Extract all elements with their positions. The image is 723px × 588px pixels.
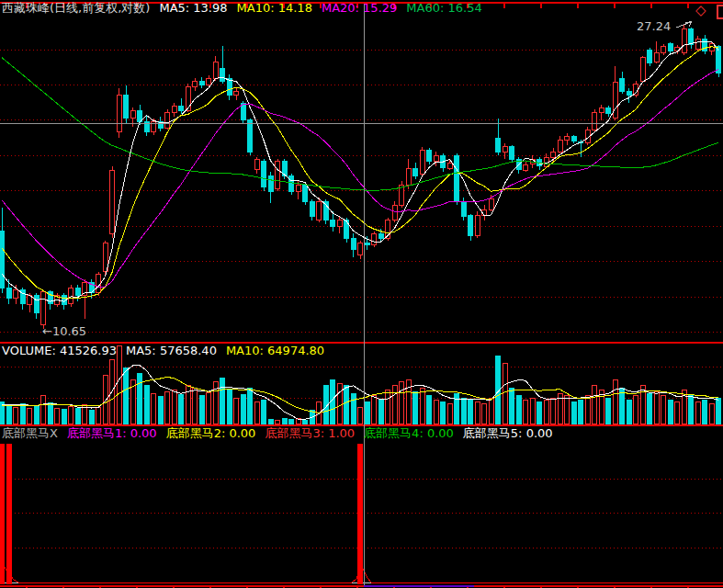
volume-ma5-caption: MA5: 57658.40 [126,344,217,357]
ma5-caption: MA5: 13.98 [159,1,227,15]
indicator-title: 底部黑马X [2,426,58,440]
window-corner-icon[interactable] [717,5,723,19]
price-high-annotation: 27.24 [637,19,671,33]
indicator-caption-3: 底部黑马3: 1.00 [265,426,355,440]
main-pane-header: 西藏珠峰(日线,前复权,对数)MA5: 13.98MA10: 14.18MA20… [2,2,491,15]
stock-title: 西藏珠峰(日线,前复权,对数) [2,1,150,15]
price-low-annotation: ←10.65 [42,324,86,338]
indicator-caption-2: 底部黑马2: 0.00 [166,426,256,440]
chart-canvas[interactable] [0,0,723,588]
diamond-marker-icon[interactable]: ◇ [695,2,706,18]
ma20-caption: MA20: 15.29 [322,1,397,15]
volume-ma10-caption: MA10: 64974.80 [226,344,324,357]
indicator-pane-header: 底部黑马X底部黑马1: 0.00底部黑马2: 0.00底部黑马3: 1.00底部… [2,427,562,440]
ma60-caption: MA60: 16.54 [406,1,481,15]
ma10-caption: MA10: 14.18 [237,1,312,15]
volume-caption: VOLUME: 41526.93 [2,344,117,357]
stock-chart-window: 西藏珠峰(日线,前复权,对数)MA5: 13.98MA10: 14.18MA20… [0,0,723,588]
volume-pane-header: VOLUME: 41526.93MA5: 57658.40MA10: 64974… [2,345,333,357]
indicator-caption-4: 底部黑马4: 0.00 [364,426,454,440]
indicator-caption-1: 底部黑马1: 0.00 [67,426,157,440]
indicator-caption-5: 底部黑马5: 0.00 [463,426,553,440]
